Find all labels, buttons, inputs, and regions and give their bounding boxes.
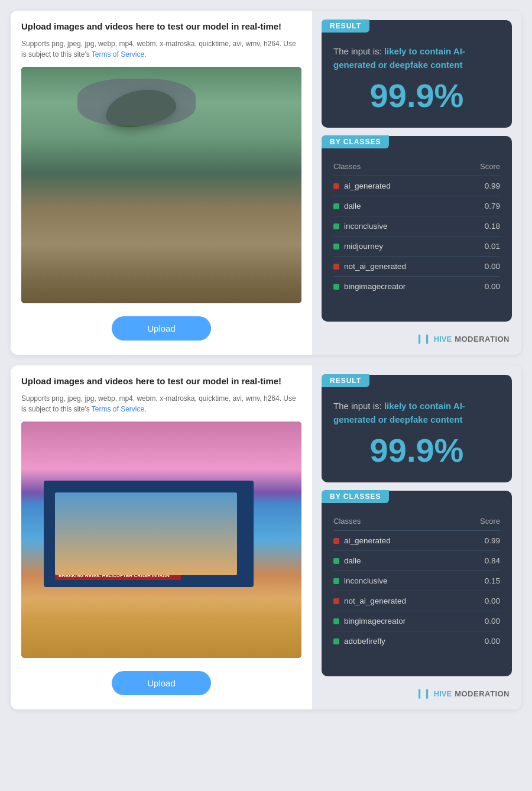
terms-link-2[interactable]: Terms of Service (92, 405, 144, 413)
class-label: inconclusive (333, 571, 464, 591)
class-score: 0.00 (464, 611, 500, 631)
class-score: 0.00 (464, 631, 500, 651)
hive-footer-1: ❙❙ HIVE MODERATION (322, 330, 512, 345)
table-row: bingimagecreator 0.00 (333, 277, 500, 297)
table-row: midjourney 0.01 (333, 236, 500, 257)
right-section-2: RESULT The input is: likely to contain A… (312, 365, 521, 709)
table-row: inconclusive 0.18 (333, 216, 500, 236)
class-score: 0.99 (464, 176, 500, 196)
table-row: bingimagecreator 0.00 (333, 611, 500, 631)
upload-subtitle-1: Supports png, jpeg, jpg, webp, mp4, webm… (21, 38, 301, 60)
class-dot (333, 558, 339, 564)
hive-text-mod-2: MODERATION (455, 689, 510, 698)
hive-logo-icon-1: ❙❙ (416, 333, 431, 344)
class-score: 0.00 (464, 257, 500, 277)
class-dot (333, 223, 339, 229)
table-row: ai_generated 0.99 (333, 176, 500, 196)
image-container-2: BREAKING NEWS: HELICOPTER CRASH IN IRAN (21, 422, 301, 658)
class-dot (333, 598, 339, 604)
result-percentage-2: 99.9% (333, 431, 500, 469)
uploaded-image-1 (21, 67, 301, 303)
table-row: ai_generated 0.99 (333, 531, 500, 551)
class-label: adobefirefly (333, 631, 464, 651)
result-percentage-1: 99.9% (333, 76, 500, 115)
classes-box-2: BY CLASSES Classes Score ai_generated 0.… (322, 491, 512, 676)
class-dot (333, 284, 339, 290)
col-header-score-2: Score (464, 517, 500, 531)
panel-1: Upload images and videos here to test ou… (11, 11, 521, 355)
uploaded-image-2: BREAKING NEWS: HELICOPTER CRASH IN IRAN (21, 422, 301, 658)
result-box-1: RESULT The input is: likely to contain A… (322, 20, 512, 128)
class-score: 0.84 (464, 551, 500, 571)
classes-box-1: BY CLASSES Classes Score ai_generated 0.… (322, 136, 512, 322)
classes-table-1: Classes Score ai_generated 0.99 dalle 0.… (333, 162, 500, 296)
class-score: 0.99 (464, 531, 500, 551)
hive-footer-2: ❙❙ HIVE MODERATION (322, 685, 512, 700)
upload-btn-container-2: Upload (21, 665, 301, 699)
class-label: midjourney (333, 236, 464, 257)
result-text-2: The input is: likely to contain AI-gener… (333, 400, 500, 426)
class-dot (333, 264, 339, 270)
left-section-1: Upload images and videos here to test ou… (11, 11, 312, 355)
class-label: not_ai_generated (333, 591, 464, 611)
result-tag-1: RESULT (322, 20, 369, 33)
class-label: not_ai_generated (333, 257, 464, 277)
upload-button-1[interactable]: Upload (112, 316, 211, 341)
table-row: dalle 0.79 (333, 196, 500, 216)
upload-title-2: Upload images and videos here to test ou… (21, 376, 301, 386)
table-row: dalle 0.84 (333, 551, 500, 571)
class-score: 0.15 (464, 571, 500, 591)
classes-tag-2: BY CLASSES (322, 490, 389, 503)
class-label: dalle (333, 551, 464, 571)
app-wrapper: Upload images and videos here to test ou… (0, 0, 532, 720)
class-dot (333, 203, 339, 209)
class-dot (333, 638, 339, 644)
upload-button-2[interactable]: Upload (112, 671, 211, 695)
class-dot (333, 618, 339, 624)
table-row: not_ai_generated 0.00 (333, 591, 500, 611)
upload-title-1: Upload images and videos here to test ou… (21, 21, 301, 31)
class-label: ai_generated (333, 176, 464, 196)
result-box-2: RESULT The input is: likely to contain A… (322, 375, 512, 482)
hive-logo-icon-2: ❙❙ (416, 688, 431, 699)
hive-text-mod-1: MODERATION (455, 335, 510, 343)
hive-text-hive-1: HIVE (434, 335, 452, 343)
panel-2: Upload images and videos here to test ou… (11, 365, 521, 709)
table-row: inconclusive 0.15 (333, 571, 500, 591)
class-label: bingimagecreator (333, 277, 464, 297)
terms-link-1[interactable]: Terms of Service (92, 50, 144, 59)
right-section-1: RESULT The input is: likely to contain A… (312, 11, 521, 355)
left-section-2: Upload images and videos here to test ou… (11, 365, 312, 709)
class-label: inconclusive (333, 216, 464, 236)
class-score: 0.00 (464, 591, 500, 611)
class-dot (333, 244, 339, 249)
class-dot (333, 578, 339, 584)
col-header-classes-2: Classes (333, 517, 464, 531)
class-dot (333, 183, 339, 189)
col-header-classes-1: Classes (333, 162, 464, 176)
classes-table-2: Classes Score ai_generated 0.99 dalle 0.… (333, 517, 500, 651)
class-dot (333, 538, 339, 544)
upload-subtitle-2: Supports png, jpeg, jpg, webp, mp4, webm… (21, 393, 301, 414)
image-container-1 (21, 67, 301, 303)
breaking-news-overlay: BREAKING NEWS: HELICOPTER CRASH IN IRAN (55, 571, 181, 580)
hive-text-hive-2: HIVE (434, 689, 452, 698)
table-row: not_ai_generated 0.00 (333, 257, 500, 277)
classes-tag-1: BY CLASSES (322, 135, 389, 148)
result-tag-2: RESULT (322, 374, 369, 387)
class-label: dalle (333, 196, 464, 216)
col-header-score-1: Score (464, 162, 500, 176)
table-row: adobefirefly 0.00 (333, 631, 500, 651)
class-label: bingimagecreator (333, 611, 464, 631)
result-text-1: The input is: likely to contain AI-gener… (333, 45, 500, 72)
class-score: 0.00 (464, 277, 500, 297)
class-score: 0.79 (464, 196, 500, 216)
class-score: 0.18 (464, 216, 500, 236)
upload-btn-container-1: Upload (21, 310, 301, 344)
class-score: 0.01 (464, 236, 500, 257)
class-label: ai_generated (333, 531, 464, 551)
